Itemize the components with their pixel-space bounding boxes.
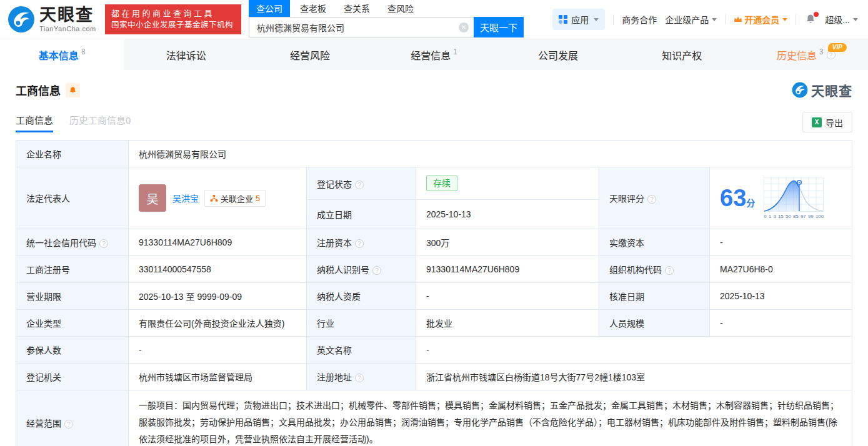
subscribe-bell-button[interactable]: [66, 83, 80, 97]
field-label: 行业: [307, 310, 416, 337]
table-row: 法定代表人 吴 吴洪宝 关联企业 5: [16, 167, 852, 200]
search-button[interactable]: 天眼一下: [474, 17, 524, 37]
search-tab-boss[interactable]: 查老板: [292, 0, 334, 17]
tab-operation-info[interactable]: 经营信息1: [372, 39, 496, 70]
field-label: 纳税人识别号?: [307, 256, 416, 283]
vip-badge: VIP: [828, 43, 847, 52]
legal-rep-cell: 吴 吴洪宝 关联企业 5: [129, 167, 307, 229]
table-row: 统一社会信用代码? 91330114MA27U6H809 注册资本? 300万 …: [16, 229, 852, 256]
tianyancha-logo-icon: [792, 82, 808, 98]
help-icon[interactable]: ?: [665, 266, 674, 275]
industry-value: 批发业: [416, 310, 599, 337]
field-label: 成立日期: [307, 200, 416, 229]
search-block: 查公司 查老板 查关系 查风险 ✕ 天眼一下: [249, 1, 524, 37]
tab-operation-risk[interactable]: 经营风险: [248, 39, 372, 70]
help-icon[interactable]: ?: [64, 420, 73, 429]
section-title: 工商信息: [16, 82, 61, 98]
table-row: 营业期限 2025-10-13 至 9999-09-09 纳税人资质 - 核准日…: [16, 283, 852, 310]
search-tab-risk[interactable]: 查风险: [380, 0, 421, 17]
apps-menu[interactable]: 应用: [552, 9, 605, 30]
apps-label: 应用: [571, 13, 589, 26]
business-info-table: 企业名称 杭州德渊贸易有限公司 法定代表人 吴 吴洪宝 关联企业: [16, 140, 852, 446]
tab-history-info[interactable]: VIP 历史信息3 ?: [744, 39, 868, 70]
credit-code-value: 91330114MA27U6H809: [129, 229, 307, 256]
company-tab-bar: 基本信息8 法律诉讼 经营风险 经营信息1 公司发展 知识产权 VIP 历史信息…: [0, 39, 868, 70]
search-tabs: 查公司 查老板 查关系 查风险: [249, 1, 524, 17]
field-label: 核准日期: [599, 283, 710, 310]
promo-banner: 都在用的商业查询工具 国家中小企业发展子基金旗下机构: [105, 4, 241, 34]
reg-status-value: 存续: [416, 167, 599, 200]
logo-title: 天眼查: [39, 7, 96, 24]
field-label: 企业类型: [16, 310, 129, 337]
chevron-down-icon: [712, 18, 717, 21]
help-icon[interactable]: ?: [372, 266, 381, 275]
excel-icon: X: [812, 117, 822, 127]
chevron-down-icon: [594, 18, 599, 21]
apps-grid-icon: [559, 15, 567, 24]
taxpayer-quality-value: -: [416, 283, 599, 310]
reg-capital-value: 300万: [416, 229, 599, 256]
status-badge: 存续: [426, 176, 457, 191]
help-icon[interactable]: ?: [355, 239, 364, 248]
search-tab-relation[interactable]: 查关系: [336, 0, 377, 17]
tianyancha-logo-icon: [7, 6, 35, 33]
nav-super-vip[interactable]: 超级...: [825, 13, 858, 26]
insured-count-value: -: [129, 337, 307, 364]
field-label: 登记状态?: [307, 167, 416, 200]
field-label: 实缴资本: [599, 229, 710, 256]
clear-search-icon[interactable]: ✕: [459, 22, 469, 32]
subtab-business-info[interactable]: 工商信息: [16, 113, 53, 132]
field-label: 登记机关: [16, 364, 129, 390]
table-row: 参保人数 - 英文名称 -: [16, 337, 852, 364]
score-axis-labels: 0131550859799100: [764, 214, 824, 219]
notifications-bell[interactable]: [804, 13, 817, 26]
table-row: 经营范围? 一般项目：国内贸易代理；货物进出口；技术进出口；机械零件、零部件销售…: [16, 390, 852, 446]
tab-basic-info[interactable]: 基本信息8: [0, 39, 124, 70]
taxpayer-id-value: 91330114MA27U6H809: [416, 256, 599, 283]
reg-number-value: 330114000547558: [129, 256, 307, 283]
tab-legal-litigation[interactable]: 法律诉讼: [124, 39, 247, 70]
avatar: 吴: [139, 184, 166, 212]
search-tab-company[interactable]: 查公司: [249, 0, 290, 17]
business-scope-value: 一般项目：国内贸易代理；货物进出口；技术进出口；机械零件、零部件销售；模具销售；…: [129, 390, 852, 446]
header-right-nav: 应用 商务合作 企业级产品 开通会员 超级...: [552, 9, 858, 30]
chevron-down-icon: [853, 18, 858, 21]
english-name-value: -: [416, 337, 852, 364]
company-name-value: 杭州德渊贸易有限公司: [129, 141, 852, 167]
field-label: 企业名称: [16, 141, 129, 167]
org-code-value: MA27U6H8-0: [710, 256, 852, 283]
establish-date-value: 2025-10-13: [416, 200, 599, 229]
nav-open-membership[interactable]: 开通会员: [734, 13, 787, 26]
nav-enterprise-products[interactable]: 企业级产品: [665, 13, 717, 26]
help-icon[interactable]: ?: [355, 181, 364, 189]
paid-capital-value: -: [710, 229, 852, 256]
main-content: 工商信息 天眼查 工商信息 历史工商信息0 X 导出 企业名称 杭州德渊贸易有限…: [0, 81, 868, 446]
nav-cooperation[interactable]: 商务合作: [622, 13, 657, 26]
search-input[interactable]: [257, 22, 459, 32]
field-label: 参保人数: [16, 337, 129, 364]
chevron-down-icon: [782, 18, 787, 21]
crown-icon: [734, 16, 742, 23]
legal-rep-link[interactable]: 吴洪宝: [172, 192, 199, 204]
help-icon[interactable]: ?: [647, 195, 656, 204]
staff-size-value: -: [710, 310, 852, 337]
related-companies-badge[interactable]: 关联企业 5: [204, 190, 266, 207]
org-network-icon: [210, 194, 218, 202]
export-button[interactable]: X 导出: [802, 112, 852, 132]
field-label: 法定代表人: [16, 167, 129, 229]
company-type-value: 有限责任公司(外商投资企业法人独资): [129, 310, 307, 337]
field-label: 组织机构代码?: [599, 256, 710, 283]
help-icon[interactable]: ?: [355, 374, 364, 382]
subtab-history-business-info[interactable]: 历史工商信息0: [69, 113, 131, 132]
tianyancha-logo[interactable]: 天眼查 TianYanCha.com: [7, 6, 100, 33]
bell-icon: [69, 86, 77, 94]
tab-intellectual-property[interactable]: 知识产权: [620, 39, 744, 70]
table-row: 企业类型 有限责任公司(外商投资企业法人独资) 行业 批发业 人员规模 -: [16, 310, 852, 337]
table-row: 登记机关 杭州市钱塘区市场监督管理局 注册地址? 浙江省杭州市钱塘区白杨街道18…: [16, 364, 852, 390]
help-icon[interactable]: ?: [99, 239, 108, 248]
field-label: 统一社会信用代码?: [16, 229, 129, 256]
logo-domain: TianYanCha.com: [39, 25, 96, 32]
reg-authority-value: 杭州市钱塘区市场监督管理局: [129, 364, 307, 390]
watermark-text: 天眼查: [811, 81, 852, 99]
tab-company-development[interactable]: 公司发展: [496, 39, 620, 70]
